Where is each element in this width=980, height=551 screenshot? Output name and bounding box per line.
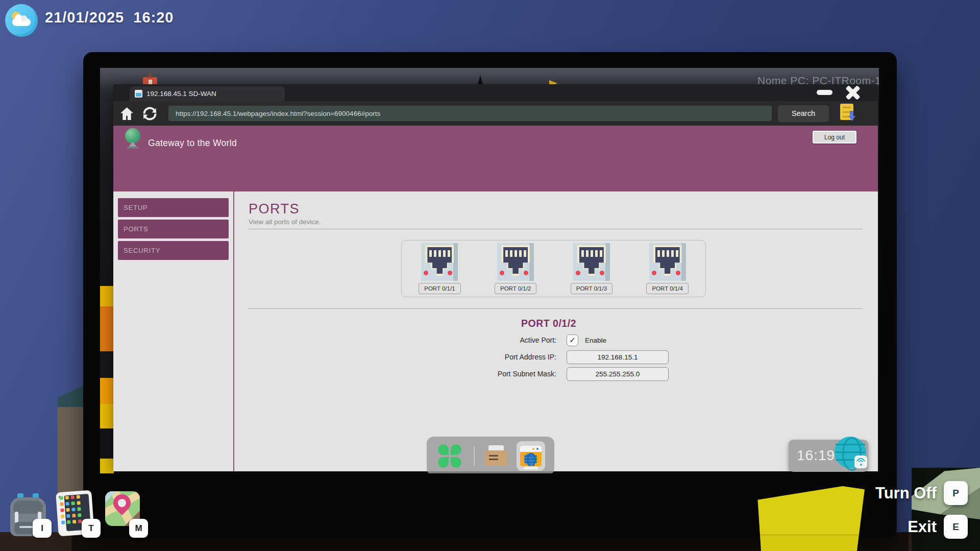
tray-clock: 16:19 xyxy=(797,447,835,464)
close-button[interactable] xyxy=(844,84,862,101)
form-row-mask: Port Subnet Mask: xyxy=(429,367,669,381)
browser-tab[interactable]: 192.168.45.1 SD-WAN xyxy=(130,86,285,101)
taskbar-dock xyxy=(427,437,554,473)
bookmark-save-icon[interactable] xyxy=(840,104,856,123)
monitor: Nome PC: PC-ITRoom-1 192.168.45.1 SD-WAN xyxy=(83,52,897,538)
active-port-label: Active Port: xyxy=(429,336,556,344)
site-brand: Gateway to the World xyxy=(148,138,237,149)
file-explorer-icon[interactable] xyxy=(485,445,508,467)
enable-checkbox[interactable]: ✓ xyxy=(567,334,578,346)
divider xyxy=(249,308,863,309)
tablet-key-badge: T xyxy=(82,519,101,538)
site-body: SETUP PORTS SECURITY PORTS View all port… xyxy=(113,191,878,471)
tab-title: 192.168.45.1 SD-WAN xyxy=(146,90,216,98)
wallpaper-lowpoly-art xyxy=(100,286,114,473)
ports-panel: PORT 0/1/1 PORT 0/1/2 PORT 0/1/3 xyxy=(401,240,706,297)
url-input[interactable] xyxy=(168,106,772,121)
port-label[interactable]: PORT 0/1/2 xyxy=(495,283,536,294)
globe-logo-icon xyxy=(125,128,141,150)
home-icon[interactable] xyxy=(118,105,135,122)
browser-app-active[interactable] xyxy=(517,441,545,471)
enable-label: Enable xyxy=(585,337,606,344)
dock-divider xyxy=(474,446,475,466)
virtual-screen: Nome PC: PC-ITRoom-1 192.168.45.1 SD-WAN xyxy=(100,68,879,473)
browser-window: 192.168.45.1 SD-WAN xyxy=(113,84,878,471)
ethernet-port-icon xyxy=(421,243,458,281)
ethernet-port-icon xyxy=(573,243,610,281)
turn-off-action[interactable]: Turn Off P xyxy=(875,481,968,505)
exit-action[interactable]: Exit E xyxy=(908,515,968,539)
ip-label: Port Address IP: xyxy=(429,353,556,361)
ethernet-port-icon xyxy=(497,243,534,281)
port-label[interactable]: PORT 0/1/1 xyxy=(419,283,460,294)
main-content: PORTS View all ports of device. PORT 0/1… xyxy=(234,191,878,471)
port-card[interactable]: PORT 0/1/4 xyxy=(646,243,688,294)
port-form: Active Port: ✓ Enable Port Address IP: xyxy=(429,333,669,381)
wifi-icon xyxy=(854,456,867,468)
port-card[interactable]: PORT 0/1/2 xyxy=(495,243,536,294)
search-button[interactable]: Search xyxy=(778,105,829,122)
subnet-mask-input[interactable] xyxy=(567,367,669,381)
port-card[interactable]: PORT 0/1/3 xyxy=(571,243,612,294)
network-globe-icon[interactable] xyxy=(835,437,866,468)
exit-label[interactable]: Exit xyxy=(908,518,937,536)
webpage-icon xyxy=(135,90,142,98)
divider xyxy=(249,229,863,229)
ip-input[interactable] xyxy=(567,350,669,364)
minimize-button[interactable] xyxy=(817,90,832,95)
site-header: Gateway to the World Log out xyxy=(113,126,878,191)
turn-off-key-badge: P xyxy=(944,481,968,505)
exit-key-badge: E xyxy=(944,515,968,539)
port-label[interactable]: PORT 0/1/3 xyxy=(571,283,612,294)
form-row-active: Active Port: ✓ Enable xyxy=(429,333,669,347)
sidebar: SETUP PORTS SECURITY xyxy=(113,191,234,471)
port-detail-title: PORT 0/1/2 xyxy=(429,317,669,330)
ethernet-port-icon xyxy=(649,243,686,281)
browser-toolbar: Search xyxy=(113,101,878,126)
browser-tabbar: 192.168.45.1 SD-WAN xyxy=(113,84,878,101)
start-menu-icon[interactable] xyxy=(438,444,461,468)
port-label[interactable]: PORT 0/1/4 xyxy=(646,283,688,294)
router-webpage: Gateway to the World Log out SETUP PORTS… xyxy=(113,126,878,471)
weather-icon xyxy=(5,4,38,37)
inventory-key-badge: I xyxy=(33,519,52,538)
sidebar-item-setup[interactable]: SETUP xyxy=(117,197,230,218)
refresh-icon[interactable] xyxy=(141,105,158,122)
turn-off-label[interactable]: Turn Off xyxy=(875,484,937,502)
game-scene: Nome PC: PC-ITRoom-1 192.168.45.1 SD-WAN xyxy=(0,0,980,551)
system-tray: 16:19 xyxy=(789,440,868,472)
game-datetime: 21/01/2025 16:20 xyxy=(45,9,174,26)
subnet-mask-label: Port Subnet Mask: xyxy=(429,370,556,378)
port-card[interactable]: PORT 0/1/1 xyxy=(419,243,460,294)
map-key-badge: M xyxy=(129,519,148,538)
logout-button[interactable]: Log out xyxy=(813,131,856,143)
page-subtitle: View all ports of device. xyxy=(249,218,863,227)
browser-app-icon xyxy=(520,446,542,466)
sidebar-item-security[interactable]: SECURITY xyxy=(117,240,230,261)
port-detail-section: PORT 0/1/2 Active Port: ✓ Enable xyxy=(429,317,669,381)
page-title: PORTS xyxy=(249,201,863,217)
sidebar-item-ports[interactable]: PORTS xyxy=(117,219,230,239)
wallpaper-spike xyxy=(478,75,483,84)
form-row-ip: Port Address IP: xyxy=(429,350,669,364)
